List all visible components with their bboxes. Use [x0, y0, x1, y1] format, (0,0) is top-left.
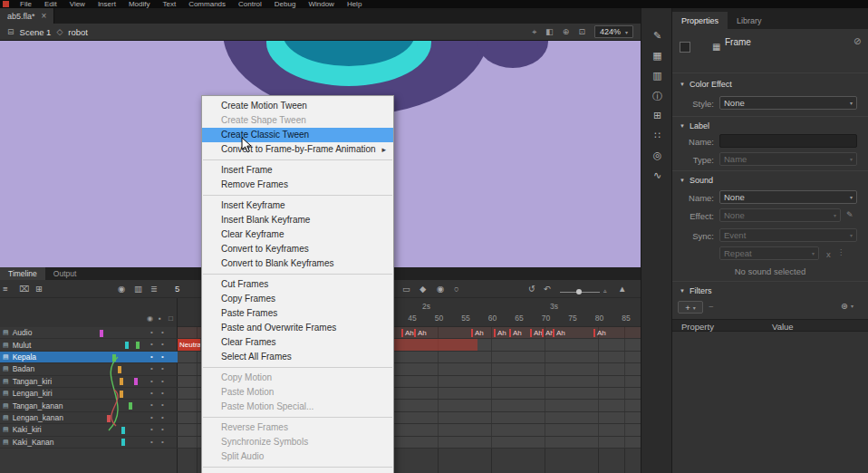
layer-row-lengan-kiri[interactable]: ▤ Lengan_kiri • • [0, 388, 178, 400]
section-header-sound[interactable]: ▼ Sound [680, 174, 713, 186]
step-back-icon[interactable]: ↶ [544, 284, 551, 294]
graph-panel-icon[interactable]: ∿ [641, 169, 673, 181]
filter-options-button[interactable]: ⊛ ▾ [841, 301, 854, 311]
zoom-in-frames-icon[interactable]: ▲ [618, 284, 626, 294]
close-icon[interactable]: × [42, 12, 47, 21]
menu-item-clear-keyframe[interactable]: Clear Keyframe [202, 227, 393, 242]
layer-lock-dot[interactable]: • [161, 377, 164, 385]
layer-row-lengan-kanan[interactable]: ▤ Lengan_kanan • • [0, 412, 178, 424]
auto-keyframe-icon[interactable]: ◆ [420, 284, 426, 294]
menu-item-select-all-frames[interactable]: Select All Frames [202, 350, 393, 364]
layer-lock-dot[interactable]: • [161, 364, 164, 372]
layer-visibility-dot[interactable]: • [150, 425, 153, 433]
info-panel-icon[interactable]: ⓘ [641, 90, 673, 103]
menu-item-remove-frames[interactable]: Remove Frames [202, 178, 393, 192]
zoom-out-frames-icon[interactable]: ▵ [603, 285, 607, 296]
frame-view-icon[interactable]: ⊞ [35, 284, 43, 294]
menu-window[interactable]: Window [302, 0, 340, 8]
onion-skin-icon[interactable]: ◉ [118, 284, 125, 294]
layer-lock-dot[interactable]: • [161, 352, 164, 361]
layer-row-kepala[interactable]: ▤ Kepala • • [0, 352, 178, 363]
loop-icon[interactable]: ↺ [528, 284, 535, 294]
delete-layer-icon[interactable]: ⌧ [19, 284, 29, 294]
menu-modify[interactable]: Modify [122, 0, 157, 8]
layer-lock-dot[interactable]: • [161, 438, 164, 446]
layer-row-badan[interactable]: ▤ Badan • • [0, 363, 178, 375]
tab-timeline[interactable]: Timeline [0, 267, 45, 280]
help-icon[interactable]: ⊘ [854, 36, 861, 46]
layer-visibility-dot[interactable]: • [150, 328, 153, 336]
menu-item-copy-frames[interactable]: Copy Frames [202, 292, 393, 306]
layer-row-kaki-kiri[interactable]: ▤ Kaki_kiri • • [0, 424, 178, 436]
layer-row-audio[interactable]: ▤ Audio • • [0, 327, 178, 339]
zoom-select[interactable]: 424% ▾ [594, 25, 633, 38]
layer-visibility-dot[interactable]: • [150, 352, 153, 361]
sound-name-dropdown[interactable]: None ▾ [719, 190, 857, 204]
layer-row-kaki-kanan[interactable]: ▤ Kaki_Kanan • • [0, 437, 178, 449]
panel-menu-icon[interactable]: ≡ [3, 284, 8, 294]
tab-properties[interactable]: Properties [672, 12, 728, 29]
center-stage-icon[interactable]: ⊕ [563, 27, 570, 36]
section-header-filters[interactable]: ▼ Filters [680, 285, 711, 296]
menu-item-clear-frames[interactable]: Clear Frames [202, 335, 393, 350]
layer-lock-dot[interactable]: • [161, 340, 164, 348]
menu-file[interactable]: File [14, 0, 38, 8]
menu-item-insert-frame[interactable]: Insert Frame [202, 163, 393, 178]
menu-item-create-motion-tween[interactable]: Create Motion Tween [202, 99, 393, 113]
edit-multiple-frames-icon[interactable]: ▥ [134, 284, 142, 294]
menu-item-insert-keyframe[interactable]: Insert Keyframe [202, 198, 393, 213]
fill-view-icon[interactable]: ◧ [545, 27, 554, 36]
breadcrumb-scene[interactable]: Scene 1 [20, 27, 52, 37]
layer-lock-dot[interactable]: • [161, 413, 164, 421]
menu-edit[interactable]: Edit [38, 0, 63, 8]
lock-column-icon[interactable]: ▪ [159, 314, 161, 323]
menu-item-convert-to-frame-by-frame[interactable]: Convert to Frame-by-Frame Animation ▸ [202, 142, 393, 157]
insert-frame-icon[interactable]: ▭ [402, 284, 410, 294]
layer-row-tangan-kiri[interactable]: ▤ Tangan_kiri • • [0, 376, 178, 388]
menu-insert[interactable]: Insert [92, 0, 122, 8]
tab-output[interactable]: Output [45, 267, 85, 280]
add-filter-button[interactable]: + ▾ [678, 301, 703, 314]
align-panel-icon[interactable]: ⊞ [641, 110, 673, 121]
menu-debug[interactable]: Debug [268, 0, 303, 8]
layer-lock-dot[interactable]: • [161, 328, 164, 336]
style-dropdown[interactable]: None ▾ [719, 96, 857, 110]
layer-visibility-dot[interactable]: • [150, 401, 153, 409]
menu-commands[interactable]: Commands [182, 0, 232, 8]
brush-panel-icon[interactable]: ✎ [641, 30, 673, 42]
camera-icon[interactable]: ⌖ [532, 27, 536, 37]
pattern-panel-icon[interactable]: ∷ [641, 130, 673, 141]
outline-column-icon[interactable]: □ [169, 314, 173, 323]
layer-visibility-dot[interactable]: • [150, 340, 153, 348]
columns-panel-icon[interactable]: ▥ [641, 70, 673, 82]
layer-lock-dot[interactable]: • [161, 425, 164, 433]
menu-item-convert-to-blank-keyframes[interactable]: Convert to Blank Keyframes [202, 256, 393, 271]
layer-visibility-dot[interactable]: • [150, 364, 153, 372]
chart-icon[interactable]: ≣ [150, 284, 158, 294]
layer-lock-dot[interactable]: • [161, 389, 164, 397]
layer-row-tangan-kanan[interactable]: ▤ Tangan_kanan • • [0, 400, 178, 411]
menu-item-insert-blank-keyframe[interactable]: Insert Blank Keyframe [202, 213, 393, 227]
frames-panel-icon[interactable]: ▦ [641, 50, 673, 62]
document-tab[interactable]: ab5.fla* × [0, 8, 54, 24]
insert-blank-keyframe-icon[interactable]: ○ [454, 284, 459, 294]
menu-item-paste-and-overwrite-frames[interactable]: Paste and Overwrite Frames [202, 321, 393, 335]
menu-control[interactable]: Control [232, 0, 268, 8]
menu-help[interactable]: Help [341, 0, 368, 8]
clip-content-icon[interactable]: ⊡ [578, 27, 585, 36]
layer-visibility-dot[interactable]: • [150, 438, 153, 446]
menu-item-convert-to-keyframes[interactable]: Convert to Keyframes [202, 242, 393, 256]
timeline-zoom-slider-knob[interactable] [576, 289, 582, 294]
layer-visibility-dot[interactable]: • [150, 377, 153, 385]
menu-text[interactable]: Text [156, 0, 182, 8]
menu-view[interactable]: View [63, 0, 92, 8]
layer-visibility-dot[interactable]: • [150, 413, 153, 421]
label-name-input[interactable] [719, 134, 857, 148]
layer-row-mulut[interactable]: ▤ Mulut • • [0, 339, 178, 351]
layer-lock-dot[interactable]: • [161, 401, 164, 409]
insert-keyframe-icon[interactable]: ◉ [437, 284, 444, 294]
layer-visibility-dot[interactable]: • [150, 389, 153, 397]
section-header-color-effect[interactable]: ▼ Color Effect [680, 78, 732, 90]
section-header-label[interactable]: ▼ Label [680, 120, 709, 131]
menu-item-cut-frames[interactable]: Cut Frames [202, 277, 393, 292]
